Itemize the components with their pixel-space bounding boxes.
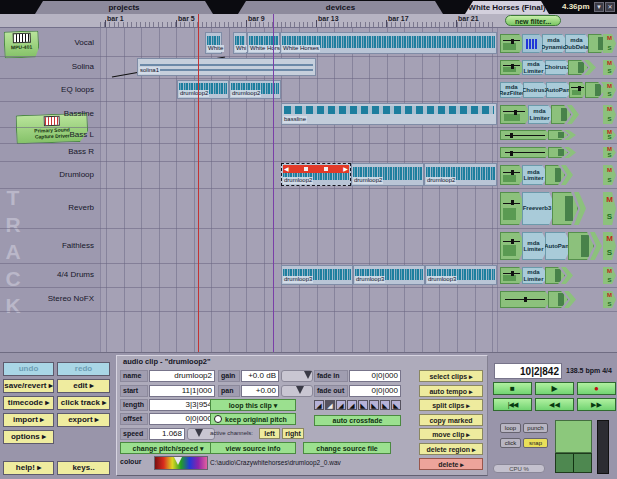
fast-forward-button[interactable]: ▶▶ bbox=[577, 398, 616, 411]
fade-shape-2-button[interactable]: ◢ bbox=[325, 400, 335, 410]
punch-button[interactable]: punch bbox=[523, 423, 548, 433]
clip-drumloop2[interactable]: drumloop2 bbox=[351, 163, 424, 186]
auto-tempo-button[interactable]: auto tempo ▸ bbox=[419, 385, 483, 397]
minimize-button[interactable]: ▼ bbox=[594, 2, 604, 12]
options-button[interactable]: options ▸ bbox=[3, 430, 54, 444]
fade-shape-6-button[interactable]: ◣ bbox=[369, 400, 379, 410]
gain-field[interactable]: +0.0 dB bbox=[241, 370, 279, 382]
colour-gradient-slider[interactable] bbox=[154, 456, 208, 470]
clip-white-horses[interactable]: White Horses bbox=[280, 32, 497, 54]
change-pitch-speed-button[interactable]: change pitch/speed ▾ bbox=[120, 442, 216, 454]
fade-in-field[interactable]: 0|0|000 bbox=[349, 370, 401, 382]
fade-out-field[interactable]: 0|0|000 bbox=[349, 385, 401, 397]
clip-drumloop2[interactable]: ◀▶drumloop2 bbox=[281, 163, 351, 186]
clip-bassline[interactable]: bassline bbox=[281, 103, 497, 125]
channel-right-button[interactable]: right bbox=[282, 428, 304, 439]
timecode-button[interactable]: timecode ▸ bbox=[3, 396, 54, 410]
fader-marker[interactable] bbox=[524, 297, 527, 302]
tempo-display[interactable]: 138.5 bpm 4/4 bbox=[566, 367, 612, 374]
sidebar-track-eq-loops[interactable]: EQ loops bbox=[0, 85, 94, 94]
clip-white-horses[interactable]: White Horses bbox=[247, 32, 280, 54]
close-button[interactable]: ✕ bbox=[605, 2, 615, 12]
click-button[interactable]: click bbox=[500, 438, 521, 448]
fader-marker[interactable] bbox=[514, 110, 517, 115]
fader-marker[interactable] bbox=[511, 64, 514, 69]
help--button[interactable]: help! ▸ bbox=[3, 461, 54, 475]
sidebar-track-bass-l[interactable]: Bass L bbox=[0, 130, 94, 139]
keep-original-pitch-toggle[interactable]: keep original pitch bbox=[210, 413, 296, 425]
clip-drumloop3[interactable]: drumloop3 bbox=[281, 265, 353, 285]
copy-marked-section-button[interactable]: copy marked section bbox=[419, 414, 483, 426]
keys--button[interactable]: keys.. bbox=[57, 461, 110, 475]
clip-drumloop2[interactable]: drumloop2 bbox=[424, 163, 497, 186]
sidebar-track-bass-r[interactable]: Bass R bbox=[0, 147, 94, 156]
play-button[interactable]: ▶ bbox=[535, 382, 574, 395]
loop-button[interactable]: loop bbox=[500, 423, 521, 433]
fade-shape-1-button[interactable]: ◢ bbox=[314, 400, 324, 410]
tab-projects[interactable]: projects bbox=[25, 1, 223, 14]
pan-slider[interactable] bbox=[281, 385, 313, 397]
clip-white[interactable]: White bbox=[205, 32, 222, 54]
sidebar-track-bassline[interactable]: Bassline bbox=[0, 109, 94, 118]
change-source-file-button[interactable]: change source file bbox=[303, 442, 391, 454]
speed-field[interactable]: 1.068 bbox=[149, 428, 185, 440]
move-clip-button[interactable]: move clip ▸ bbox=[419, 428, 483, 440]
loop-this-clip-button[interactable]: loop this clip ▾ bbox=[210, 399, 296, 411]
sidebar-track-reverb[interactable]: Reverb bbox=[0, 203, 94, 212]
delete-button[interactable]: delete ▸ bbox=[419, 458, 483, 470]
sidebar-track-stereo-nofx[interactable]: Stereo NoFX bbox=[0, 294, 94, 303]
fader-marker[interactable] bbox=[511, 200, 514, 205]
fade-shape-3-button[interactable]: ◢ bbox=[336, 400, 346, 410]
select-clips-button[interactable]: select clips ▸ bbox=[419, 370, 483, 382]
timecode-display[interactable]: 10|2|842 bbox=[494, 363, 562, 379]
fader-marker[interactable] bbox=[578, 86, 581, 91]
fader-marker[interactable] bbox=[510, 133, 513, 138]
loop-start-arrow-icon[interactable]: ◀ bbox=[284, 165, 289, 173]
start-field[interactable]: 11|1|000 bbox=[149, 385, 215, 397]
loop-marker-icon[interactable] bbox=[304, 167, 308, 171]
name-field[interactable]: drumloop2 bbox=[149, 370, 215, 382]
fade-shape-4-button[interactable]: ◢ bbox=[347, 400, 357, 410]
master-fader-handle[interactable] bbox=[555, 453, 592, 473]
fader-marker[interactable] bbox=[510, 151, 513, 156]
master-fader-top[interactable] bbox=[555, 420, 592, 453]
click-track-button[interactable]: click track ▸ bbox=[57, 396, 110, 410]
delete-region-button[interactable]: delete region ▸ bbox=[419, 443, 483, 455]
record-button[interactable]: ● bbox=[577, 382, 616, 395]
playhead-cursor[interactable] bbox=[273, 14, 274, 352]
arrangement-grid[interactable] bbox=[100, 28, 497, 352]
loop-marker-icon[interactable] bbox=[324, 167, 328, 171]
selected-clip-loop-bar[interactable]: ◀▶ bbox=[283, 165, 349, 173]
tab-devices[interactable]: devices bbox=[228, 1, 453, 14]
clip-drumloop3[interactable]: drumloop3 bbox=[425, 265, 497, 285]
stop-button[interactable]: ■ bbox=[493, 382, 532, 395]
return-to-start-button[interactable]: |◀◀ bbox=[493, 398, 532, 411]
redo-button[interactable]: redo bbox=[57, 362, 110, 376]
fade-shape-8-button[interactable]: ◣ bbox=[391, 400, 401, 410]
save-revert-button[interactable]: save/revert ▸ bbox=[3, 379, 54, 393]
export-button[interactable]: export ▸ bbox=[57, 413, 110, 427]
clip-whi[interactable]: Whi bbox=[233, 32, 247, 54]
offset-field[interactable]: 0|0|000 bbox=[149, 413, 215, 425]
length-field[interactable]: 3|3|954 bbox=[149, 399, 215, 411]
sidebar-track-vocal[interactable]: Vocal bbox=[0, 38, 94, 47]
new-filter-button[interactable]: new filter... bbox=[505, 15, 561, 26]
fade-shape-7-button[interactable]: ◣ bbox=[380, 400, 390, 410]
loop-end-arrow-icon[interactable]: ▶ bbox=[343, 165, 348, 173]
sidebar-track-faithless[interactable]: Faithless bbox=[0, 241, 94, 250]
clip-solina1[interactable]: solina1 bbox=[137, 58, 316, 76]
fader-filter[interactable] bbox=[500, 291, 552, 308]
fader-marker[interactable] bbox=[511, 170, 514, 175]
pan-field[interactable]: +0.00 bbox=[241, 385, 279, 397]
snap-button[interactable]: snap bbox=[523, 438, 548, 448]
fader-marker[interactable] bbox=[511, 39, 514, 44]
sidebar-track-4-4-drums[interactable]: 4/4 Drums bbox=[0, 270, 94, 279]
filter-freeverb3[interactable]: Freeverb3 bbox=[522, 192, 556, 225]
edit-button[interactable]: edit ▸ bbox=[57, 379, 110, 393]
sidebar-track-solina[interactable]: Solina bbox=[0, 62, 94, 71]
split-clips-button[interactable]: split clips ▸ bbox=[419, 399, 483, 411]
view-source-info-button[interactable]: view source info bbox=[210, 442, 296, 454]
marked-region-line[interactable] bbox=[198, 14, 199, 352]
fader-filter[interactable] bbox=[500, 130, 552, 140]
sidebar-track-drumloop[interactable]: Drumloop bbox=[0, 170, 94, 179]
